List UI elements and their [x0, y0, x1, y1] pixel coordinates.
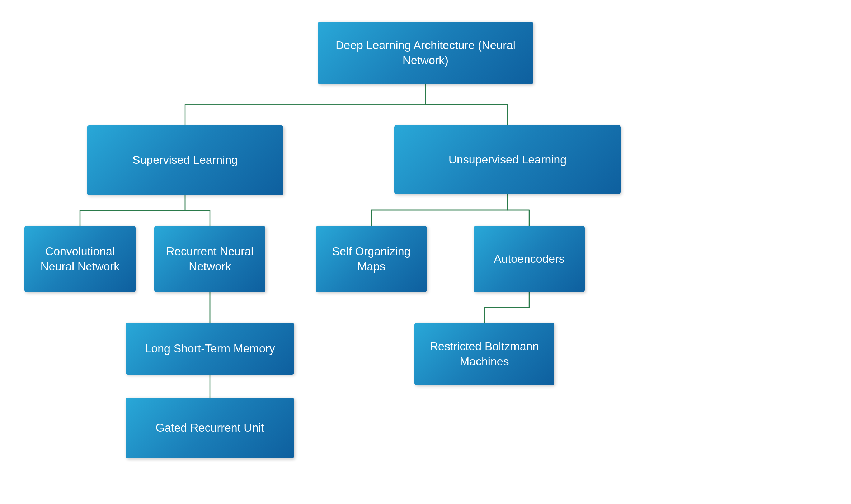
node-rnn: Recurrent Neural Network	[154, 226, 265, 292]
node-supervised: Supervised Learning	[87, 125, 283, 195]
node-unsupervised: Unsupervised Learning	[394, 125, 621, 194]
node-rbm: Restricted Boltzmann Machines	[414, 323, 554, 385]
node-lstm: Long Short-Term Memory	[126, 323, 294, 375]
node-som: Self Organizing Maps	[316, 226, 427, 292]
node-cnn: Convolutional Neural Network	[24, 226, 136, 292]
node-autoencoders: Autoencoders	[474, 226, 585, 292]
diagram-container: Deep Learning Architecture (Neural Netwo…	[0, 0, 851, 504]
node-gru: Gated Recurrent Unit	[126, 398, 294, 458]
node-root: Deep Learning Architecture (Neural Netwo…	[318, 22, 533, 84]
